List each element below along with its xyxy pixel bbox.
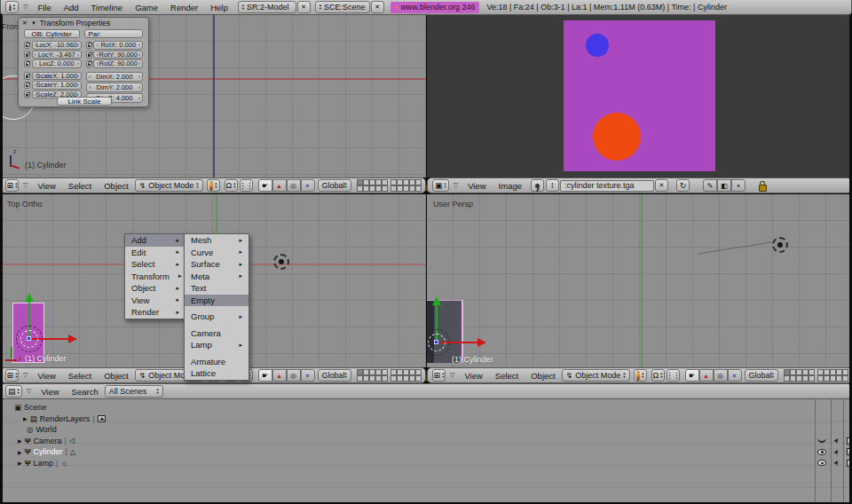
editor-type-button[interactable]: ▣ xyxy=(432,179,449,192)
layer-3[interactable] xyxy=(369,369,375,375)
layer-18[interactable] xyxy=(830,375,836,382)
layer-6[interactable] xyxy=(390,179,397,185)
gizmo-arrowhead-x[interactable] xyxy=(68,335,77,343)
layer-13[interactable] xyxy=(369,375,375,382)
locy-field[interactable]: LocY: -3.467 xyxy=(32,51,82,59)
layer-11[interactable] xyxy=(357,185,363,192)
draw-type-button[interactable] xyxy=(634,369,647,382)
lock-rotz[interactable] xyxy=(86,60,92,68)
layer-5[interactable] xyxy=(809,369,815,375)
layer-16[interactable] xyxy=(817,375,824,382)
image-name-field[interactable]: :cylinder texture.tga xyxy=(560,180,654,192)
menu-file[interactable]: File xyxy=(31,3,57,12)
layer-1[interactable] xyxy=(357,369,363,375)
layer-9[interactable] xyxy=(836,369,842,375)
layer-10[interactable] xyxy=(415,369,422,375)
gizmo-arrowhead-x[interactable] xyxy=(477,338,486,347)
layer-buttons-group1[interactable] xyxy=(784,369,815,382)
image-menu[interactable]: Image xyxy=(493,181,528,191)
layer-10[interactable] xyxy=(842,369,848,375)
outliner-row-cylinder[interactable]: ▶ Ψ Cylinder | △ xyxy=(18,446,75,457)
layer-12[interactable] xyxy=(363,185,369,192)
select-menu[interactable]: Select xyxy=(62,181,98,191)
texture-image[interactable] xyxy=(564,20,715,171)
header-collapse-icon[interactable]: ▽ xyxy=(23,182,28,189)
layer-4[interactable] xyxy=(802,369,809,375)
layer-9[interactable] xyxy=(409,179,415,185)
expand-arrow-icon[interactable]: ▶ xyxy=(18,460,22,466)
scene-selector[interactable]: SCE:Scene xyxy=(315,1,370,13)
layer-buttons-group1[interactable] xyxy=(357,369,388,382)
texture-paint-toggle[interactable]: ✎ xyxy=(703,179,717,192)
translate-toggle[interactable]: ▲ xyxy=(272,179,287,192)
dimx-field[interactable]: DimX: 2.000 xyxy=(86,72,143,82)
layer-17[interactable] xyxy=(397,375,403,382)
layer-10[interactable] xyxy=(415,179,422,185)
lock-scalex[interactable] xyxy=(24,72,30,80)
editor-type-button[interactable]: ⊞ xyxy=(432,369,446,382)
toolbox-item-transform[interactable]: Transform▸ xyxy=(125,271,185,283)
lock-scaley[interactable] xyxy=(24,82,30,90)
layer-15[interactable] xyxy=(382,185,388,192)
panel-close-icon[interactable]: ✕ xyxy=(22,20,28,27)
layer-13[interactable] xyxy=(369,185,375,192)
translate-toggle[interactable]: ▲ xyxy=(272,369,287,382)
layer-15[interactable] xyxy=(809,375,815,382)
view-menu[interactable]: View xyxy=(31,181,61,191)
mesh-data-icon[interactable]: △ xyxy=(70,448,75,456)
mode-selector[interactable]: ↯ Object Mode xyxy=(562,369,630,382)
pivot-button[interactable]: Ω xyxy=(651,369,665,382)
visibility-eye-icon[interactable] xyxy=(817,460,826,466)
layer-7[interactable] xyxy=(397,369,403,375)
layer-19[interactable] xyxy=(409,375,415,382)
outliner-row-renderlayers[interactable]: ▶ ▤ RenderLayers | xyxy=(23,413,106,424)
layer-17[interactable] xyxy=(824,375,830,382)
layer-8[interactable] xyxy=(403,179,409,185)
rotate-toggle[interactable]: ◎ xyxy=(287,179,301,192)
scalex-field[interactable]: ScaleX: 1.000 xyxy=(32,72,82,81)
layer-17[interactable] xyxy=(397,185,403,192)
view-menu[interactable]: View xyxy=(35,387,65,397)
header-collapse-icon[interactable]: ▽ xyxy=(23,372,28,379)
scale-toggle[interactable]: ■ xyxy=(301,369,315,382)
layer-19[interactable] xyxy=(836,375,842,382)
manipulator-hand-toggle[interactable]: ☛ xyxy=(258,179,272,192)
layer-20[interactable] xyxy=(842,375,848,382)
lock-scalez[interactable] xyxy=(24,91,30,98)
layer-2[interactable] xyxy=(363,369,369,375)
search-menu[interactable]: Search xyxy=(66,387,105,397)
layer-7[interactable] xyxy=(397,179,403,185)
clip-uv-toggle[interactable]: ◧ xyxy=(717,179,731,192)
add-item-meta[interactable]: Meta▸ xyxy=(185,271,248,283)
image-editor-canvas[interactable] xyxy=(427,15,852,177)
header-collapse-icon[interactable]: ▽ xyxy=(27,388,31,395)
add-item-group[interactable]: Group▸ xyxy=(185,311,248,323)
layer-15[interactable] xyxy=(382,375,388,382)
add-item-camera[interactable]: Camera xyxy=(185,327,248,340)
link-scale-button[interactable]: Link Scale xyxy=(57,97,112,106)
view-menu[interactable]: View xyxy=(462,181,492,191)
header-collapse-icon[interactable]: ▽ xyxy=(450,372,454,379)
selectable-cursor-icon[interactable]: ➤ xyxy=(832,436,841,445)
add-item-surface[interactable]: Surface▸ xyxy=(185,258,248,271)
add-item-mesh[interactable]: Mesh▸ xyxy=(185,234,248,247)
transform-orientation-selector[interactable]: Global xyxy=(745,369,778,382)
layer-buttons-group2[interactable] xyxy=(817,369,848,382)
toolbox-item-add[interactable]: Add▸ xyxy=(125,234,185,247)
selectable-cursor-icon[interactable]: ➤ xyxy=(832,447,841,456)
expand-arrow-icon[interactable]: ▶ xyxy=(18,437,22,444)
layer-4[interactable] xyxy=(375,179,382,185)
roty-field[interactable]: RotY: 90.000 xyxy=(93,51,143,59)
transform-orientation-selector[interactable]: Global xyxy=(318,369,351,382)
layer-5[interactable] xyxy=(382,179,388,185)
menu-help[interactable]: Help xyxy=(204,3,234,12)
layer-9[interactable] xyxy=(409,369,415,375)
object-menu[interactable]: Object xyxy=(98,181,134,191)
editor-type-button[interactable]: ⊞ xyxy=(5,179,19,192)
menu-render[interactable]: Render xyxy=(164,3,204,12)
toolbox-item-render[interactable]: Render▸ xyxy=(125,306,185,319)
layer-18[interactable] xyxy=(403,185,409,192)
toolbox-item-select[interactable]: Select▸ xyxy=(125,258,185,271)
draw-type-button[interactable] xyxy=(207,179,220,192)
add-item-empty[interactable]: Empty xyxy=(185,295,248,307)
